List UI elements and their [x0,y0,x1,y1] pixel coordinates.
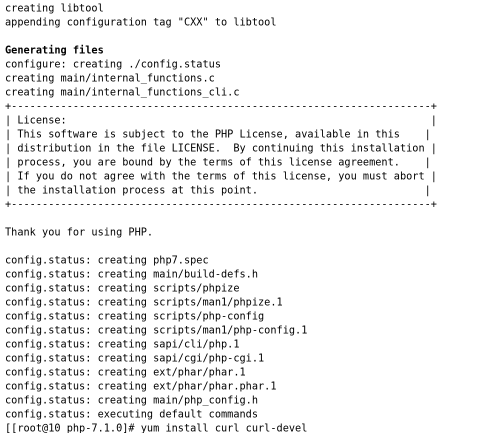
shell-prompt: [[root@10 php-7.1.0]# [5,422,141,433]
terminal-line: config.status: creating scripts/phpize [5,282,240,294]
terminal-line: | distribution in the file LICENSE. By c… [5,142,437,154]
terminal-line: creating main/internal_functions_cli.c [5,86,240,98]
terminal-line: config.status: executing default command… [5,408,258,420]
terminal-line: config.status: creating main/php_config.… [5,394,258,406]
terminal-line: appending configuration tag "CXX" to lib… [5,16,276,28]
terminal-line: Generating files [5,44,104,56]
terminal-line: config.status: creating ext/phar/phar.1 [5,366,246,378]
terminal-line: Thank you for using PHP. [5,226,153,238]
terminal-line: +---------------------------------------… [5,100,437,112]
terminal-line: config.status: creating main/build-defs.… [5,268,258,280]
terminal-line: config.status: creating scripts/php-conf… [5,310,264,322]
terminal-line: config.status: creating ext/phar/phar.ph… [5,380,276,392]
terminal-line: creating main/internal_functions.c [5,72,215,84]
terminal-line: configure: creating ./config.status [5,58,221,70]
terminal-line: | process, you are bound by the terms of… [5,156,431,168]
terminal-line [5,30,11,42]
terminal-line: config.status: creating scripts/man1/php… [5,324,308,336]
terminal-line: creating libtool [5,2,104,14]
terminal-line: | If you do not agree with the terms of … [5,170,437,182]
terminal-line: config.status: creating sapi/cli/php.1 [5,338,240,350]
terminal-line: config.status: creating sapi/cgi/php-cgi… [5,352,264,364]
terminal-line: config.status: creating php7.spec [5,254,208,266]
terminal-line [5,240,11,252]
terminal-line: | This software is subject to the PHP Li… [5,128,431,140]
terminal-line: | License: | [5,114,437,126]
terminal-line: config.status: creating scripts/man1/php… [5,296,282,308]
terminal-line: +---------------------------------------… [5,198,437,210]
terminal-line [5,212,11,224]
terminal-output[interactable]: creating libtool appending configuration… [0,0,504,433]
command-input[interactable]: yum install curl curl-devel [141,422,308,433]
terminal-line: | the installation process at this point… [5,184,431,196]
